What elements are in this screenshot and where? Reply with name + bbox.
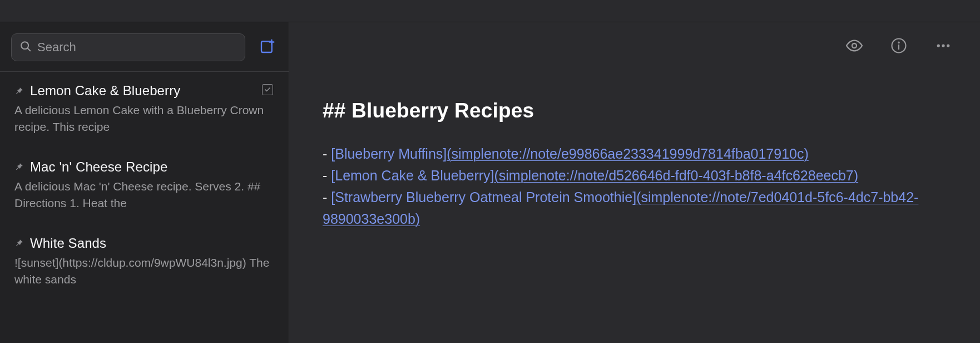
note-preview: A delicious Lemon Cake with a Blueberry …	[14, 102, 275, 136]
svg-point-5	[852, 43, 857, 48]
note-title: Lemon Cake & Blueberry	[30, 83, 180, 99]
svg-point-11	[947, 44, 949, 47]
bullet: -	[323, 189, 331, 205]
sidebar-header	[0, 22, 289, 72]
note-item-header: Mac 'n' Cheese Recipe	[13, 159, 275, 175]
heading-text: Blueberry Recipes	[352, 99, 534, 122]
sidebar: Lemon Cake & Blueberry A delicious Lemon…	[0, 22, 289, 343]
markdown-link-label: [Blueberry Muffins]	[331, 146, 447, 161]
bullet: -	[323, 146, 331, 161]
window-titlebar	[0, 0, 980, 22]
preview-toggle-button[interactable]	[845, 38, 863, 56]
search-icon	[19, 40, 32, 55]
eye-icon	[845, 37, 863, 57]
svg-point-8	[898, 42, 899, 43]
note-title: Mac 'n' Cheese Recipe	[30, 159, 167, 175]
svg-point-9	[937, 44, 940, 47]
app-root: Lemon Cake & Blueberry A delicious Lemon…	[0, 22, 980, 343]
note-list-item[interactable]: White Sands ![sunset](https://cldup.com/…	[0, 224, 289, 301]
compose-icon	[259, 38, 276, 57]
note-preview: A delicious Mac 'n' Cheese recipe. Serve…	[14, 178, 275, 212]
more-button[interactable]	[934, 38, 952, 56]
checklist-icon	[262, 84, 273, 95]
markdown-link-url[interactable]: (simplenote://note/d526646d-fdf0-403f-b8…	[494, 168, 858, 183]
svg-rect-2	[261, 41, 272, 52]
search-field-wrap[interactable]	[11, 33, 245, 61]
info-icon	[890, 37, 907, 56]
note-item-header: Lemon Cake & Blueberry	[13, 83, 275, 99]
editor-line: - [Blueberry Muffins](simplenote://note/…	[323, 143, 923, 165]
note-title: White Sands	[30, 236, 106, 251]
search-input[interactable]	[37, 40, 237, 55]
note-item-header: White Sands	[13, 236, 275, 251]
ellipsis-icon	[935, 37, 952, 56]
note-list-item[interactable]: Mac 'n' Cheese Recipe A delicious Mac 'n…	[0, 148, 289, 224]
svg-line-1	[28, 48, 31, 51]
pin-icon	[13, 238, 24, 249]
markdown-link-url[interactable]: (simplenote://note/e99866ae233341999d781…	[447, 146, 809, 161]
note-list: Lemon Cake & Blueberry A delicious Lemon…	[0, 72, 289, 343]
note-list-item[interactable]: Lemon Cake & Blueberry A delicious Lemon…	[0, 72, 289, 148]
heading-prefix: ##	[323, 99, 352, 122]
editor-line: - [Strawberry Blueberry Oatmeal Protein …	[323, 187, 923, 230]
editor-toolbar	[845, 38, 952, 56]
bullet: -	[323, 168, 331, 183]
editor-heading: ## Blueberry Recipes	[323, 95, 923, 126]
editor-line: - [Lemon Cake & Blueberry](simplenote://…	[323, 165, 923, 187]
new-note-button[interactable]	[258, 37, 278, 57]
note-preview: ![sunset](https://cldup.com/9wpWU84l3n.j…	[14, 254, 275, 288]
pin-icon	[13, 161, 24, 173]
editor-pane: ## Blueberry Recipes - [Blueberry Muffin…	[289, 22, 980, 343]
info-button[interactable]	[890, 38, 908, 56]
pin-icon	[13, 85, 24, 96]
markdown-link-label: [Strawberry Blueberry Oatmeal Protein Sm…	[331, 189, 636, 205]
markdown-link-label: [Lemon Cake & Blueberry]	[331, 168, 494, 183]
svg-point-10	[942, 44, 944, 47]
